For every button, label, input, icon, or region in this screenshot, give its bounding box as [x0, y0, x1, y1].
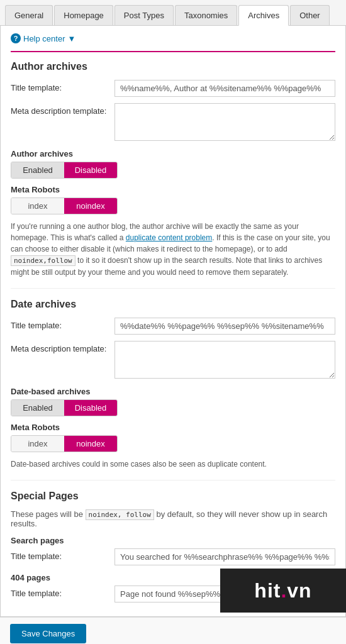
- date-archives-title: Date archives: [11, 299, 335, 310]
- author-meta-desc-label: Meta description template:: [11, 103, 114, 116]
- author-archives-toggle-label: Author archives: [11, 149, 335, 158]
- 404-title-label: Title template:: [11, 586, 114, 598]
- date-meta-desc-label: Meta description template:: [11, 341, 114, 353]
- watermark-text: hit.vn: [254, 579, 311, 602]
- author-meta-desc-row: Meta description template:: [11, 103, 335, 143]
- date-archives-toggle-label: Date-based archives: [11, 387, 335, 396]
- main-content: ? Help center ▼ Author archives Title te…: [0, 26, 346, 617]
- help-icon: ?: [11, 33, 21, 43]
- chevron-down-icon: ▼: [67, 34, 75, 43]
- duplicate-content-link[interactable]: duplicate content problem: [126, 233, 212, 242]
- search-title-input[interactable]: [114, 548, 335, 565]
- date-noindex-btn[interactable]: noindex: [64, 436, 117, 452]
- date-title-input[interactable]: [114, 318, 335, 335]
- search-title-input-wrapper: [114, 548, 335, 565]
- date-archives-toggle-group: Enabled Disabled: [11, 399, 118, 416]
- author-archives-toggle-group: Enabled Disabled: [11, 162, 118, 179]
- author-meta-robots-section: Meta Robots index noindex: [11, 185, 335, 214]
- noindex-follow-special-code: noindex, follow: [86, 509, 154, 520]
- special-pages-info: These pages will be noindex, follow by d…: [11, 509, 335, 528]
- help-center-link[interactable]: ? Help center ▼: [11, 33, 335, 43]
- tab-taxonomies[interactable]: Taxonomies: [175, 5, 237, 25]
- save-bar: Save Changes: [0, 617, 346, 645]
- author-meta-robots-label: Meta Robots: [11, 185, 335, 194]
- date-title-template-row: Title template:: [11, 318, 335, 335]
- search-title-label: Title template:: [11, 548, 114, 561]
- author-info-text: If you're running a one author blog, the…: [11, 221, 335, 278]
- author-title-input[interactable]: [114, 80, 335, 97]
- date-meta-desc-input-wrapper: [114, 341, 335, 380]
- tab-other[interactable]: Other: [290, 5, 330, 25]
- date-info-text: Date-based archives could in some cases …: [11, 458, 335, 470]
- author-title-label: Title template:: [11, 80, 114, 92]
- author-enabled-btn[interactable]: Enabled: [11, 162, 64, 178]
- author-archives-toggle-section: Author archives Enabled Disabled: [11, 149, 335, 179]
- author-index-btn[interactable]: index: [11, 198, 64, 214]
- date-title-label: Title template:: [11, 318, 114, 330]
- tab-post-types[interactable]: Post Types: [114, 5, 174, 25]
- section-divider-2: [11, 480, 335, 480]
- date-meta-robots-label: Meta Robots: [11, 423, 335, 432]
- tab-general[interactable]: General: [5, 5, 53, 25]
- date-index-btn[interactable]: index: [11, 436, 64, 452]
- tab-archives[interactable]: Archives: [238, 5, 289, 26]
- author-title-template-row: Title template:: [11, 80, 335, 97]
- special-pages-title: Special Pages: [11, 491, 335, 502]
- section-divider-1: [11, 288, 335, 289]
- help-center-label: Help center: [23, 34, 65, 43]
- date-disabled-btn[interactable]: Disabled: [64, 400, 117, 416]
- watermark: hit.vn: [220, 569, 346, 613]
- date-title-input-wrapper: [114, 318, 335, 335]
- tab-homepage[interactable]: Homepage: [54, 5, 113, 25]
- noindex-follow-code: noindex,follow: [11, 255, 75, 266]
- author-title-input-wrapper: [114, 80, 335, 97]
- date-meta-robots-section: Meta Robots index noindex: [11, 423, 335, 452]
- date-enabled-btn[interactable]: Enabled: [11, 400, 64, 416]
- tab-bar: General Homepage Post Types Taxonomies A…: [0, 0, 346, 26]
- author-archives-title: Author archives: [11, 61, 335, 72]
- author-meta-robots-group: index noindex: [11, 197, 118, 214]
- author-disabled-btn[interactable]: Disabled: [64, 162, 117, 178]
- save-changes-button[interactable]: Save Changes: [10, 624, 86, 643]
- date-meta-desc-textarea[interactable]: [114, 341, 335, 379]
- help-divider: [11, 51, 335, 52]
- date-meta-desc-row: Meta description template:: [11, 341, 335, 380]
- date-meta-robots-group: index noindex: [11, 435, 118, 452]
- date-archives-toggle-section: Date-based archives Enabled Disabled: [11, 387, 335, 416]
- search-pages-title: Search pages: [11, 536, 335, 545]
- author-meta-desc-textarea[interactable]: [114, 103, 335, 141]
- author-meta-desc-input-wrapper: [114, 103, 335, 143]
- author-noindex-btn[interactable]: noindex: [64, 198, 117, 214]
- search-title-template-row: Title template:: [11, 548, 335, 565]
